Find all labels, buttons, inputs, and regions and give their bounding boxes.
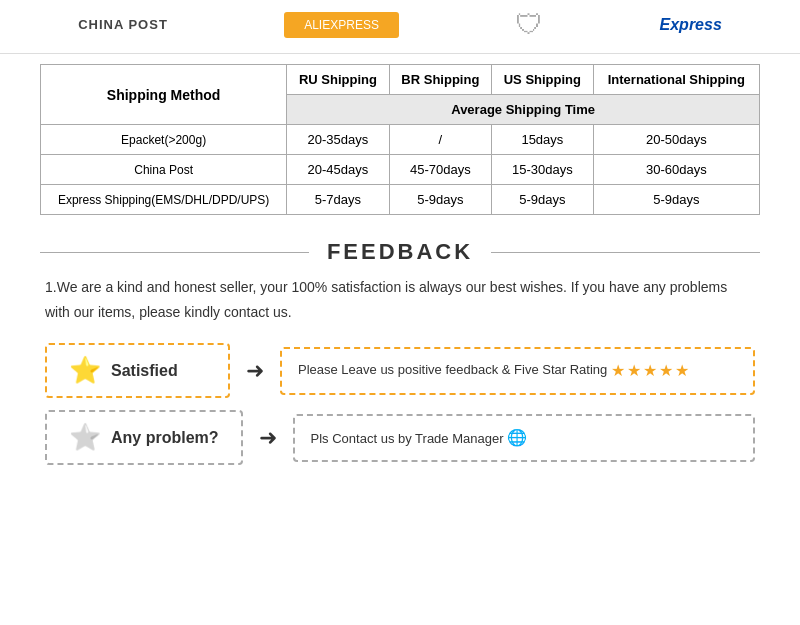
satisfied-arrow-icon: ➜ bbox=[246, 358, 264, 384]
aliexpress-button[interactable]: ALIEXPRESS bbox=[284, 12, 399, 38]
us-cell: 15-30days bbox=[492, 155, 594, 185]
us-cell: 15days bbox=[492, 125, 594, 155]
shipping-method-header: Shipping Method bbox=[41, 65, 287, 125]
problem-star-icon: ⭐ bbox=[69, 422, 101, 453]
express-logo: Express bbox=[660, 16, 722, 34]
china-post-logo: CHINA POST bbox=[78, 17, 168, 32]
ru-shipping-header: RU Shipping bbox=[287, 65, 389, 95]
globe-icon: 🌐 bbox=[507, 429, 527, 446]
shipping-table: Shipping Method RU Shipping BR Shipping … bbox=[40, 64, 760, 215]
satisfied-action-box: Please Leave us positive feedback & Five… bbox=[280, 347, 755, 395]
us-shipping-header: US Shipping bbox=[492, 65, 594, 95]
problem-row: ⭐ Any problem? ➜ Pls Contact us by Trade… bbox=[45, 410, 755, 465]
intl-cell: 5-9days bbox=[593, 185, 759, 215]
ru-cell: 20-35days bbox=[287, 125, 389, 155]
method-cell: China Post bbox=[41, 155, 287, 185]
satisfied-box: ⭐ Satisfied bbox=[45, 343, 230, 398]
us-cell: 5-9days bbox=[492, 185, 594, 215]
problem-action-box: Pls Contact us by Trade Manager 🌐 bbox=[293, 414, 755, 462]
br-shipping-header: BR Shipping bbox=[389, 65, 491, 95]
method-cell: Express Shipping(EMS/DHL/DPD/UPS) bbox=[41, 185, 287, 215]
br-cell: 5-9days bbox=[389, 185, 491, 215]
feedback-boxes: ⭐ Satisfied ➜ Please Leave us positive f… bbox=[40, 343, 760, 465]
divider-line-right bbox=[491, 252, 760, 253]
avg-shipping-time-label: Average Shipping Time bbox=[287, 95, 760, 125]
star3: ★ bbox=[643, 359, 657, 383]
intl-shipping-header: International Shipping bbox=[593, 65, 759, 95]
star2: ★ bbox=[627, 359, 641, 383]
logo-bar: CHINA POST ALIEXPRESS 🛡 Express bbox=[0, 0, 800, 54]
problem-box: ⭐ Any problem? bbox=[45, 410, 243, 465]
table-row: Express Shipping(EMS/DHL/DPD/UPS) 5-7day… bbox=[41, 185, 760, 215]
ru-cell: 20-45days bbox=[287, 155, 389, 185]
divider-line-left bbox=[40, 252, 309, 253]
shipping-section: Shipping Method RU Shipping BR Shipping … bbox=[0, 54, 800, 229]
problem-action-text: Pls Contact us by Trade Manager bbox=[311, 431, 504, 446]
intl-cell: 20-50days bbox=[593, 125, 759, 155]
br-cell: 45-70days bbox=[389, 155, 491, 185]
satisfied-label: Satisfied bbox=[111, 362, 178, 380]
five-stars: ★ ★ ★ ★ ★ bbox=[611, 359, 689, 383]
problem-arrow-icon: ➜ bbox=[259, 425, 277, 451]
intl-cell: 30-60days bbox=[593, 155, 759, 185]
feedback-section: FEEDBACK 1.We are a kind and honest sell… bbox=[0, 229, 800, 465]
br-cell: / bbox=[389, 125, 491, 155]
shield-icon: 🛡 bbox=[515, 8, 543, 41]
feedback-divider: FEEDBACK bbox=[40, 239, 760, 265]
satisfied-action-text: Please Leave us positive feedback & Five… bbox=[298, 362, 607, 377]
satisfied-star-icon: ⭐ bbox=[69, 355, 101, 386]
feedback-body: 1.We are a kind and honest seller, your … bbox=[40, 275, 760, 325]
table-row: China Post 20-45days 45-70days 15-30days… bbox=[41, 155, 760, 185]
method-cell: Epacket(>200g) bbox=[41, 125, 287, 155]
star5: ★ bbox=[675, 359, 689, 383]
star1: ★ bbox=[611, 359, 625, 383]
ru-cell: 5-7days bbox=[287, 185, 389, 215]
satisfied-row: ⭐ Satisfied ➜ Please Leave us positive f… bbox=[45, 343, 755, 398]
table-row: Epacket(>200g) 20-35days / 15days 20-50d… bbox=[41, 125, 760, 155]
star4: ★ bbox=[659, 359, 673, 383]
feedback-title: FEEDBACK bbox=[309, 239, 491, 265]
problem-label: Any problem? bbox=[111, 429, 219, 447]
